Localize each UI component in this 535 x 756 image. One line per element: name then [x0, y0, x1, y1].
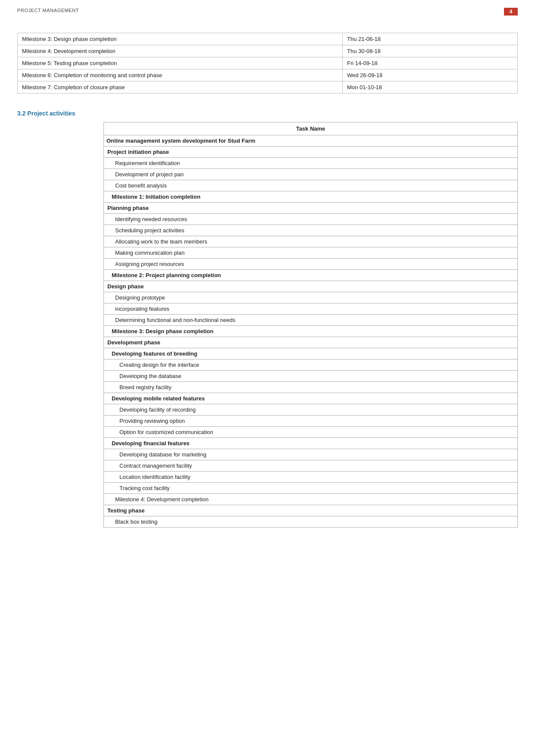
task-row: Testing phase: [104, 505, 518, 516]
task-row: Development of project pan: [104, 169, 518, 180]
task-row: Developing facility of recording: [104, 404, 518, 415]
task-row: Milestone 3: Design phase completion: [104, 326, 518, 337]
task-cell: Identifying needed resources: [104, 214, 518, 225]
task-row: Tracking cost facility: [104, 483, 518, 494]
task-row: Milestone 1: Initiation completion: [104, 191, 518, 203]
task-cell: incorporating features: [104, 303, 518, 315]
milestone-table: Milestone 3: Design phase completionThu …: [17, 33, 518, 94]
task-table: Task Name Online management system devel…: [103, 122, 518, 528]
page-number: 4: [504, 8, 518, 16]
task-row: Developing the database: [104, 371, 518, 382]
task-cell: Online management system development for…: [104, 135, 518, 147]
task-cell: Development of project pan: [104, 169, 518, 180]
task-row: Design phase: [104, 281, 518, 292]
task-cell: Contract management facility: [104, 460, 518, 472]
milestone-date: Wed 26-09-18: [343, 69, 518, 81]
task-cell: Development phase: [104, 337, 518, 348]
task-cell: Allocating work to the team members: [104, 236, 518, 247]
milestone-row: Milestone 3: Design phase completionThu …: [18, 33, 518, 45]
task-cell: Milestone 4: Development completion: [104, 494, 518, 505]
task-row: Option for customized communication: [104, 427, 518, 438]
task-cell: Option for customized communication: [104, 427, 518, 438]
task-row: Developing features of breeding: [104, 348, 518, 359]
task-cell: Scheduling project activities: [104, 225, 518, 236]
task-row: Determining functional and non-functiona…: [104, 315, 518, 326]
milestone-date: Thu 21-06-18: [343, 33, 518, 45]
task-cell: Cost benefit analysis: [104, 180, 518, 191]
task-cell: Creating design for the interface: [104, 359, 518, 371]
milestone-name: Milestone 3: Design phase completion: [18, 33, 343, 45]
task-row: Designing prototype: [104, 292, 518, 303]
task-row: Planning phase: [104, 203, 518, 214]
task-row: Developing financial features: [104, 438, 518, 449]
task-cell: Developing financial features: [104, 438, 518, 449]
task-cell: Assigning project resources: [104, 259, 518, 270]
task-cell: Developing mobile related features: [104, 393, 518, 404]
task-row: Online management system development for…: [104, 135, 518, 147]
task-cell: Project initiation phase: [104, 147, 518, 158]
milestone-date: Thu 30-08-18: [343, 45, 518, 57]
task-row: Black box testing: [104, 516, 518, 528]
milestone-name: Milestone 7: Completion of closure phase: [18, 81, 343, 94]
milestone-date: Fri 14-09-18: [343, 57, 518, 69]
task-row: Milestone 2: Project planning completion: [104, 270, 518, 281]
task-cell: Making communication plan: [104, 247, 518, 259]
task-cell: Designing prototype: [104, 292, 518, 303]
task-row: Assigning project resources: [104, 259, 518, 270]
task-row: Project initiation phase: [104, 147, 518, 158]
task-cell: Determining functional and non-functiona…: [104, 315, 518, 326]
task-row: Contract management facility: [104, 460, 518, 472]
task-row: Milestone 4: Development completion: [104, 494, 518, 505]
task-cell: Breed registry facility: [104, 382, 518, 393]
task-cell: Milestone 1: Initiation completion: [104, 191, 518, 203]
task-cell: Location identification facility: [104, 472, 518, 483]
milestone-row: Milestone 5: Testing phase completionFri…: [18, 57, 518, 69]
task-row: Cost benefit analysis: [104, 180, 518, 191]
task-cell: Developing features of breeding: [104, 348, 518, 359]
task-row: Allocating work to the team members: [104, 236, 518, 247]
milestone-row: Milestone 6: Completion of monitoring an…: [18, 69, 518, 81]
milestone-name: Milestone 4: Development completion: [18, 45, 343, 57]
task-row: Developing database for marketing: [104, 449, 518, 460]
task-cell: Tracking cost facility: [104, 483, 518, 494]
task-cell: Milestone 2: Project planning completion: [104, 270, 518, 281]
page-header: PROJECT MANAGEMENT 4: [0, 0, 535, 16]
task-cell: Milestone 3: Design phase completion: [104, 326, 518, 337]
milestone-row: Milestone 7: Completion of closure phase…: [18, 81, 518, 94]
task-row: Requirement identification: [104, 158, 518, 169]
task-row: Providing reviewing option: [104, 415, 518, 427]
page-title: PROJECT MANAGEMENT: [17, 8, 79, 13]
task-cell: Black box testing: [104, 516, 518, 528]
milestone-row: Milestone 4: Development completionThu 3…: [18, 45, 518, 57]
task-row: Scheduling project activities: [104, 225, 518, 236]
task-cell: Planning phase: [104, 203, 518, 214]
task-row: Identifying needed resources: [104, 214, 518, 225]
task-cell: Requirement identification: [104, 158, 518, 169]
task-cell: Developing the database: [104, 371, 518, 382]
task-row: Development phase: [104, 337, 518, 348]
milestone-name: Milestone 5: Testing phase completion: [18, 57, 343, 69]
task-cell: Design phase: [104, 281, 518, 292]
task-row: Making communication plan: [104, 247, 518, 259]
task-row: Location identification facility: [104, 472, 518, 483]
task-row: Developing mobile related features: [104, 393, 518, 404]
milestone-name: Milestone 6: Completion of monitoring an…: [18, 69, 343, 81]
task-cell: Testing phase: [104, 505, 518, 516]
task-table-wrapper: Task Name Online management system devel…: [103, 122, 518, 528]
task-row: Creating design for the interface: [104, 359, 518, 371]
task-cell: Providing reviewing option: [104, 415, 518, 427]
milestone-date: Mon 01-10-18: [343, 81, 518, 94]
section-heading: 3.2 Project activities: [17, 110, 518, 117]
task-row: incorporating features: [104, 303, 518, 315]
task-row: Breed registry facility: [104, 382, 518, 393]
task-cell: Developing facility of recording: [104, 404, 518, 415]
task-table-header: Task Name: [104, 122, 518, 135]
task-cell: Developing database for marketing: [104, 449, 518, 460]
